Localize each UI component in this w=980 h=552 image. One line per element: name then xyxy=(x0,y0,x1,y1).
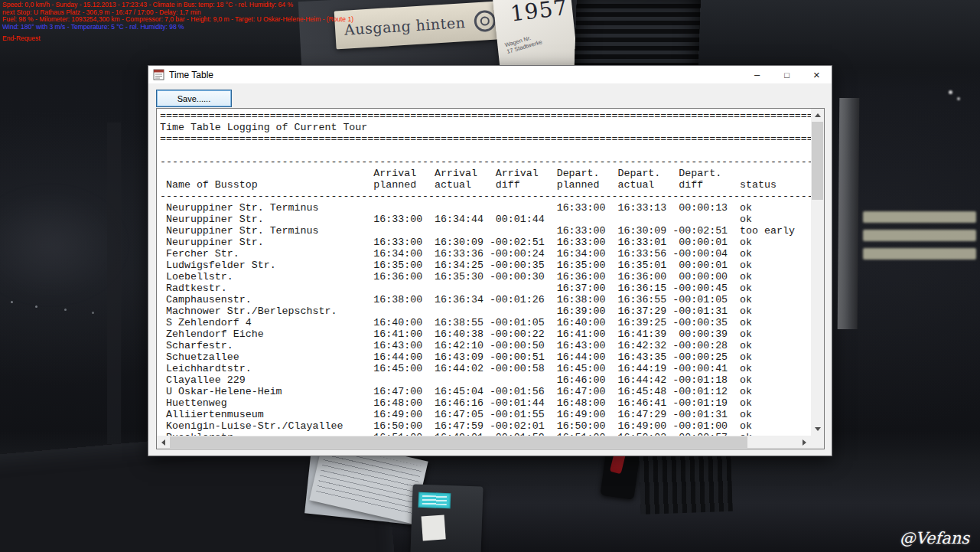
save-button[interactable]: Save...... xyxy=(156,90,232,107)
timetable-row: Camphausenstr. 16:38:00 16:36:34 -00:01:… xyxy=(160,294,811,305)
hud-line: Wind: 180° with 3 m/s - Temperature: 5 °… xyxy=(2,24,353,31)
log-line: Name of Busstop planned actual diff plan… xyxy=(160,179,811,191)
ticket-printer-display xyxy=(418,492,451,508)
watermark: @Vefans xyxy=(900,529,969,547)
scroll-down-button[interactable] xyxy=(811,423,824,436)
timetable-row: Scharfestr. 16:43:00 16:42:10 -00:00:50 … xyxy=(160,340,811,351)
timetable-row: Zehlendorf Eiche 16:41:00 16:40:38 -00:0… xyxy=(160,328,811,340)
title-bar[interactable]: Time Table – □ × xyxy=(148,66,832,83)
minimize-button[interactable]: – xyxy=(742,66,772,83)
wagen-number-plate: Wagen Nr. 17 Stadtwerke xyxy=(504,31,543,55)
street-light-dot xyxy=(35,305,37,308)
scene-light-dot xyxy=(949,90,952,94)
log-line: ========================================… xyxy=(160,110,811,122)
window-pillar xyxy=(838,98,860,329)
timetable-row: Radtkestr. 16:37:00 16:36:15 -00:00:45 o… xyxy=(160,283,811,294)
light-bar xyxy=(863,211,976,223)
scroll-up-button[interactable] xyxy=(811,109,824,122)
game-scene: Ausgang hinten 1957 Wagen Nr. 17 Stadtwe… xyxy=(0,0,980,552)
close-button[interactable]: × xyxy=(802,66,832,83)
street-light-dot xyxy=(11,301,13,303)
arrow-left-icon xyxy=(161,439,165,446)
timetable-row: S Zehlendorf 4 16:40:00 16:38:55 -00:01:… xyxy=(160,317,811,328)
street-light-dot xyxy=(64,309,67,311)
timetable-row: U Oskar-Helene-Heim 16:47:00 16:45:04 -0… xyxy=(160,386,811,397)
log-line xyxy=(160,145,811,156)
timetable-row: Schuetzallee 16:44:00 16:43:09 -00:00:51… xyxy=(160,351,811,363)
window-title: Time Table xyxy=(169,70,742,80)
year-plate-text: 1957 xyxy=(509,0,569,27)
hud-line: End-Request xyxy=(2,35,353,43)
timetable-row: Machnower Str./Berlepschstr. 16:39:00 16… xyxy=(160,305,811,317)
horizontal-scroll-thumb[interactable] xyxy=(170,436,747,448)
timetable-row: Loebellstr. 16:36:00 16:35:30 -00:00:30 … xyxy=(160,271,811,283)
year-plate: 1957 Wagen Nr. 17 Stadtwerke xyxy=(493,0,578,74)
timetable-row: Neuruppiner Str. Terminus 16:33:00 16:30… xyxy=(160,225,811,237)
scrollbar-corner xyxy=(811,436,824,449)
vertical-scroll-thumb[interactable] xyxy=(812,122,823,200)
window-frame-strip xyxy=(107,122,121,444)
maximize-button[interactable]: □ xyxy=(772,66,802,83)
ticket-paper-slip xyxy=(422,514,446,541)
window-controls: – □ × xyxy=(742,66,832,83)
light-bar xyxy=(863,248,976,260)
timetable-window: Time Table – □ × Save...... ============… xyxy=(148,65,832,456)
scene-light-dot xyxy=(957,97,960,100)
vertical-scrollbar[interactable] xyxy=(811,109,824,436)
log-line: ========================================… xyxy=(160,133,811,145)
ticket-printer xyxy=(410,484,483,552)
log-line: ----------------------------------------… xyxy=(160,156,811,168)
timetable-row: Ludwigsfelder Str. 16:35:00 16:34:25 -00… xyxy=(160,260,811,271)
log-content[interactable]: ========================================… xyxy=(157,109,811,436)
window-body: Save...... =============================… xyxy=(148,83,832,456)
exit-sign-text: Ausgang hinten xyxy=(344,14,466,38)
timetable-row: Neuruppiner Str. 16:33:00 16:34:44 00:01… xyxy=(160,214,811,225)
timetable-row: Neuruppiner Str. 16:33:00 16:30:09 -00:0… xyxy=(160,237,811,248)
horizontal-scrollbar[interactable] xyxy=(157,436,811,449)
timetable-row: Leichhardtstr. 16:45:00 16:44:02 -00:00:… xyxy=(160,363,811,374)
arrow-down-icon xyxy=(815,427,821,431)
timetable-window-icon xyxy=(153,69,164,80)
log-line: Time Table Logging of Current Tour xyxy=(160,122,811,133)
scroll-right-button[interactable] xyxy=(798,436,811,449)
timetable-log-textarea[interactable]: ========================================… xyxy=(156,108,825,449)
scroll-left-button[interactable] xyxy=(157,436,170,449)
light-bar xyxy=(863,230,976,241)
arrow-up-icon xyxy=(815,113,821,117)
timetable-row: Clayallee 229 16:46:00 16:44:42 -00:01:1… xyxy=(160,374,811,386)
timetable-row: Fercher Str. 16:34:00 16:33:36 -00:00:24… xyxy=(160,248,811,260)
arrow-right-icon xyxy=(803,439,806,446)
window-light-bars xyxy=(863,211,976,266)
hud-overlay: Speed: 0,0 km/h - Sunday - 15.12.2013 - … xyxy=(2,2,353,43)
timetable-row: Huettenweg 16:48:00 16:46:16 -00:01:44 1… xyxy=(160,397,811,409)
log-line: ----------------------------------------… xyxy=(160,191,811,202)
timetable-row: Koenigin-Luise-Str./Clayallee 16:50:00 1… xyxy=(160,420,811,432)
log-line: Arrival Arrival Arrival Depart. Depart. … xyxy=(160,168,811,179)
target-circle-icon xyxy=(474,10,497,33)
timetable-row: Neuruppiner Str. Terminus 16:33:00 16:33… xyxy=(160,202,811,214)
timetable-row: Alliiertenmuseum 16:49:00 16:47:05 -00:0… xyxy=(160,409,811,420)
street-light-dot xyxy=(92,312,94,314)
